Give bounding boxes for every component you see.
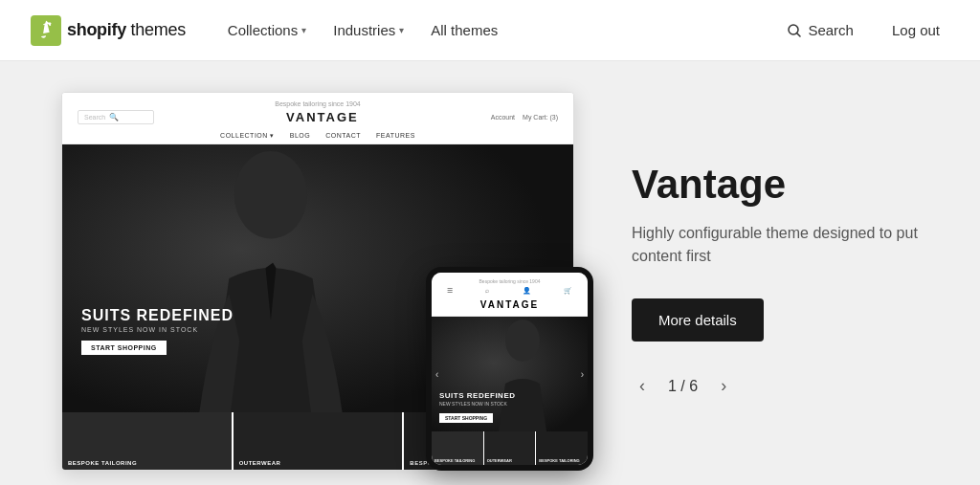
mobile-next-arrow-icon[interactable]: ›: [581, 369, 584, 380]
desktop-shop-button[interactable]: START SHOPPING: [81, 341, 167, 355]
svg-line-2: [797, 33, 801, 36]
mobile-menu-icon: ☰: [447, 287, 453, 295]
search-icon: [787, 23, 802, 38]
more-details-button[interactable]: More details: [632, 298, 764, 342]
desktop-thumb-2: OUTERWEAR: [234, 412, 403, 470]
mobile-shop-button[interactable]: START SHOPPING: [439, 413, 493, 423]
mobile-prev-arrow-icon[interactable]: ‹: [435, 369, 438, 380]
mobile-thumb-2: OUTERWEAR: [484, 431, 536, 465]
shopify-logo-icon: [31, 15, 61, 46]
desktop-thumb-1: BESPOKE TAILORING: [62, 412, 232, 470]
desktop-hero-text-overlay: SUITS REDEFINED NEW STYLES NOW IN STOCK …: [81, 307, 234, 355]
theme-info-panel: Vantage Highly configurable theme design…: [632, 143, 919, 419]
desktop-thumb-1-label: BESPOKE TAILORING: [68, 460, 137, 466]
mobile-logo: VANTAGE: [439, 298, 580, 314]
mobile-thumb-1: BESPOKE TAILORING: [432, 431, 483, 465]
mobile-cart-icon: 🛒: [564, 287, 572, 295]
mobile-header: Bespoke tailoring since 1904 ☰ ⌕ 👤 🛒 VAN…: [432, 273, 588, 317]
navbar: shopify themes Collections ▾ Industries …: [0, 0, 980, 61]
desktop-tagline: Bespoke tailoring since 1904: [78, 100, 558, 107]
hero-section: Bespoke tailoring since 1904 Search 🔍 VA…: [0, 61, 980, 485]
desktop-nav-item-contact: CONTACT: [325, 132, 361, 140]
svg-point-6: [505, 320, 540, 362]
desktop-account: Account: [491, 114, 515, 121]
desktop-logo: VANTAGE: [154, 110, 491, 124]
desktop-hero-subtitle: NEW STYLES NOW IN STOCK: [81, 326, 234, 333]
svg-point-4: [234, 151, 307, 239]
desktop-search-placeholder: Search: [84, 114, 105, 121]
nav-collections[interactable]: Collections ▾: [216, 14, 318, 46]
mobile-mockup: Bespoke tailoring since 1904 ☰ ⌕ 👤 🛒 VAN…: [426, 267, 593, 471]
search-button[interactable]: Search: [777, 16, 863, 44]
mobile-icons: ☰ ⌕ 👤 🛒: [439, 284, 580, 298]
theme-name: Vantage: [632, 163, 919, 207]
desktop-nav-item-blog: BLOG: [290, 132, 310, 140]
mobile-thumb-3-label: BESPOKE TAILORING: [539, 458, 579, 463]
mobile-nav-arrows: ‹ ›: [432, 369, 588, 380]
nav-industries[interactable]: Industries ▾: [322, 14, 415, 46]
desktop-header: Bespoke tailoring since 1904 Search 🔍 VA…: [62, 93, 573, 144]
desktop-nav-item-collection: COLLECTION ▾: [220, 132, 275, 140]
mobile-hero-subtitle: NEW STYLES NOW IN STOCK: [439, 401, 516, 407]
mobile-hero-title: SUITS REDEFINED: [439, 391, 516, 400]
desktop-nav: COLLECTION ▾ BLOG CONTACT FEATURES: [78, 128, 558, 143]
mobile-search-icon: ⌕: [485, 287, 489, 295]
nav-logo[interactable]: shopify themes: [31, 15, 186, 46]
mobile-thumb-1-label: BESPOKE TAILORING: [434, 458, 475, 463]
pagination-prev-button[interactable]: ‹: [632, 372, 653, 400]
nav-links: Collections ▾ Industries ▾ All themes: [216, 14, 778, 46]
desktop-search-bar: Search 🔍: [78, 110, 154, 124]
theme-description: Highly configurable theme designed to pu…: [632, 222, 919, 268]
desktop-search-icon: 🔍: [109, 113, 119, 121]
mobile-hero-image: ‹ › SUITS REDEFINED NEW STYLES NOW IN ST…: [432, 317, 588, 431]
nav-right: Search Log out: [777, 16, 949, 44]
desktop-hero-title: SUITS REDEFINED: [81, 307, 234, 324]
mobile-thumb-2-label: OUTERWEAR: [487, 458, 512, 463]
mobile-thumb-3: BESPOKE TAILORING: [536, 431, 588, 465]
theme-preview: Bespoke tailoring since 1904 Search 🔍 VA…: [61, 92, 574, 471]
logo-text: shopify themes: [67, 20, 186, 40]
mobile-screen: Bespoke tailoring since 1904 ☰ ⌕ 👤 🛒 VAN…: [432, 273, 588, 465]
mobile-thumbnails: BESPOKE TAILORING OUTERWEAR BESPOKE TAIL…: [432, 431, 588, 465]
mobile-hero-text: SUITS REDEFINED NEW STYLES NOW IN STOCK …: [432, 384, 523, 431]
industries-chevron-icon: ▾: [399, 25, 404, 35]
pagination: ‹ 1 / 6 ›: [632, 372, 919, 400]
mobile-user-icon: 👤: [523, 287, 531, 295]
logout-button[interactable]: Log out: [882, 16, 949, 44]
collections-chevron-icon: ▾: [301, 25, 306, 35]
desktop-header-right: Account My Cart: (3): [491, 114, 558, 121]
nav-all-themes[interactable]: All themes: [419, 14, 509, 46]
desktop-nav-item-features: FEATURES: [376, 132, 415, 140]
pagination-counter: 1 / 6: [668, 378, 698, 395]
desktop-thumb-2-label: OUTERWEAR: [239, 460, 281, 466]
desktop-cart: My Cart: (3): [523, 114, 558, 121]
pagination-next-button[interactable]: ›: [713, 372, 734, 400]
